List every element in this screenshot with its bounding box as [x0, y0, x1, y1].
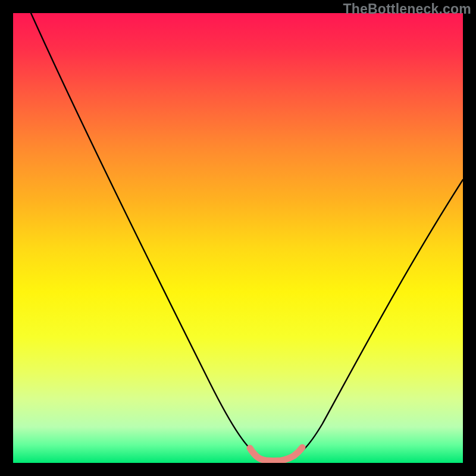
chart-plot-area [13, 13, 463, 463]
bottleneck-curve-line [31, 13, 463, 460]
watermark-text: TheBottleneck.com [343, 1, 471, 17]
chart-stage: TheBottleneck.com [0, 0, 476, 476]
chart-svg [13, 13, 463, 463]
optimal-zone-marker [250, 447, 302, 461]
